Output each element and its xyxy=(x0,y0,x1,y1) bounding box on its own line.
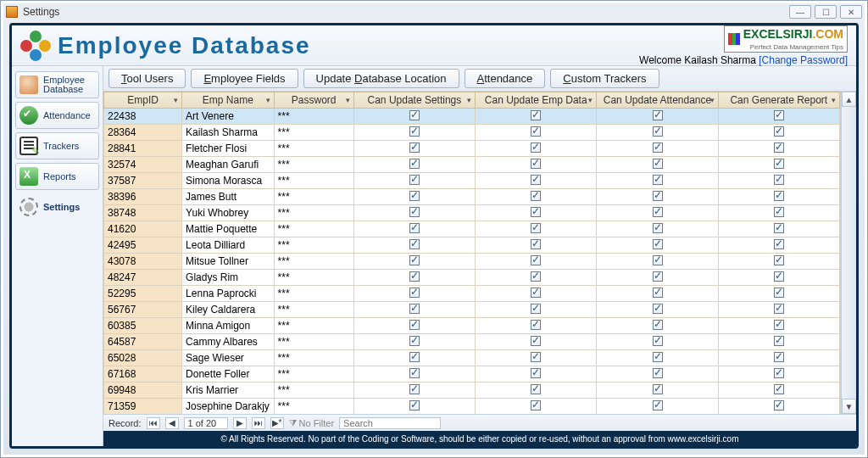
checkbox-cell[interactable] xyxy=(353,366,475,383)
checkbox-cell[interactable] xyxy=(718,237,839,254)
window-maximize-button[interactable]: ☐ xyxy=(815,5,837,19)
checkbox-cell[interactable] xyxy=(597,189,718,205)
checkbox-icon[interactable] xyxy=(653,352,663,362)
checkbox-icon[interactable] xyxy=(774,207,784,217)
column-header[interactable]: Can Update Emp Data▾ xyxy=(476,92,597,109)
checkbox-icon[interactable] xyxy=(774,368,784,378)
checkbox-cell[interactable] xyxy=(353,157,475,173)
checkbox-icon[interactable] xyxy=(774,336,784,346)
checkbox-cell[interactable] xyxy=(476,205,597,221)
name-cell[interactable]: Gladys Rim xyxy=(182,270,275,286)
table-row[interactable]: 64587Cammy Albares*** xyxy=(104,334,840,350)
checkbox-icon[interactable] xyxy=(531,159,541,169)
password-cell[interactable]: *** xyxy=(274,157,353,173)
checkbox-cell[interactable] xyxy=(353,302,475,318)
dropdown-icon[interactable]: ▾ xyxy=(266,96,270,104)
checkbox-icon[interactable] xyxy=(774,175,784,185)
password-cell[interactable]: *** xyxy=(274,173,353,189)
empid-cell[interactable]: 41620 xyxy=(104,221,182,237)
password-cell[interactable]: *** xyxy=(274,286,353,302)
nav-next-button[interactable]: ▶ xyxy=(233,417,247,429)
password-cell[interactable]: *** xyxy=(274,141,353,157)
checkbox-cell[interactable] xyxy=(353,270,475,286)
scroll-down-icon[interactable]: ▼ xyxy=(842,399,856,414)
name-cell[interactable]: Art Venere xyxy=(182,109,275,125)
checkbox-icon[interactable] xyxy=(531,110,541,120)
checkbox-icon[interactable] xyxy=(774,255,784,265)
checkbox-icon[interactable] xyxy=(653,175,663,185)
checkbox-cell[interactable] xyxy=(597,350,718,366)
checkbox-cell[interactable] xyxy=(476,318,597,334)
checkbox-cell[interactable] xyxy=(476,157,597,173)
name-cell[interactable]: Kailash Sharma xyxy=(182,125,275,141)
checkbox-icon[interactable] xyxy=(409,400,420,411)
checkbox-cell[interactable] xyxy=(718,189,839,205)
checkbox-cell[interactable] xyxy=(718,334,839,350)
table-row[interactable]: 67168Donette Foller*** xyxy=(104,366,840,383)
checkbox-cell[interactable] xyxy=(353,350,475,366)
empid-cell[interactable]: 42495 xyxy=(104,237,182,254)
checkbox-icon[interactable] xyxy=(774,271,784,282)
table-row[interactable]: 48247Gladys Rim*** xyxy=(104,270,840,286)
table-row[interactable]: 28841Fletcher Flosi*** xyxy=(104,141,840,157)
checkbox-icon[interactable] xyxy=(774,400,784,411)
table-row[interactable]: 60385Minna Amigon*** xyxy=(104,318,840,334)
checkbox-icon[interactable] xyxy=(531,400,541,411)
table-row[interactable]: 71359Josephine Darakjy*** xyxy=(104,399,840,415)
dropdown-icon[interactable]: ▾ xyxy=(588,96,593,104)
checkbox-icon[interactable] xyxy=(774,384,784,394)
checkbox-cell[interactable] xyxy=(597,383,718,399)
tab-attendance[interactable]: Attendance xyxy=(465,69,546,88)
checkbox-cell[interactable] xyxy=(718,350,839,366)
checkbox-cell[interactable] xyxy=(597,286,718,302)
password-cell[interactable]: *** xyxy=(274,254,353,270)
empid-cell[interactable]: 65028 xyxy=(104,350,182,366)
checkbox-icon[interactable] xyxy=(409,207,420,217)
checkbox-cell[interactable] xyxy=(476,237,597,254)
checkbox-icon[interactable] xyxy=(774,110,784,120)
empid-cell[interactable]: 38396 xyxy=(104,189,182,205)
checkbox-cell[interactable] xyxy=(718,157,839,173)
checkbox-icon[interactable] xyxy=(409,271,420,282)
checkbox-icon[interactable] xyxy=(531,223,541,233)
checkbox-icon[interactable] xyxy=(653,207,663,217)
checkbox-icon[interactable] xyxy=(531,384,541,394)
checkbox-icon[interactable] xyxy=(653,368,663,378)
checkbox-icon[interactable] xyxy=(531,191,541,201)
checkbox-cell[interactable] xyxy=(597,237,718,254)
checkbox-cell[interactable] xyxy=(597,334,718,350)
sidebar-item-attendance[interactable]: Attendance xyxy=(15,102,99,129)
checkbox-cell[interactable] xyxy=(353,334,475,350)
checkbox-icon[interactable] xyxy=(409,175,420,185)
checkbox-cell[interactable] xyxy=(718,109,839,125)
checkbox-cell[interactable] xyxy=(476,173,597,189)
checkbox-cell[interactable] xyxy=(353,254,475,270)
empid-cell[interactable]: 71359 xyxy=(104,399,182,415)
column-header[interactable]: Can Update Attendance▾ xyxy=(597,92,718,109)
checkbox-icon[interactable] xyxy=(531,175,541,185)
checkbox-icon[interactable] xyxy=(409,191,420,201)
checkbox-cell[interactable] xyxy=(353,286,475,302)
password-cell[interactable]: *** xyxy=(274,125,353,141)
checkbox-cell[interactable] xyxy=(476,125,597,141)
checkbox-icon[interactable] xyxy=(653,142,663,153)
password-cell[interactable]: *** xyxy=(274,318,353,334)
name-cell[interactable]: Lenna Paprocki xyxy=(182,286,275,302)
password-cell[interactable]: *** xyxy=(274,270,353,286)
checkbox-icon[interactable] xyxy=(653,288,663,298)
checkbox-icon[interactable] xyxy=(653,304,663,314)
table-row[interactable]: 52295Lenna Paprocki*** xyxy=(104,286,840,302)
checkbox-cell[interactable] xyxy=(718,318,839,334)
checkbox-icon[interactable] xyxy=(531,255,541,265)
checkbox-cell[interactable] xyxy=(476,286,597,302)
scroll-up-icon[interactable]: ▲ xyxy=(842,92,856,107)
table-row[interactable]: 38748Yuki Whobrey*** xyxy=(104,205,840,221)
checkbox-cell[interactable] xyxy=(353,109,475,125)
checkbox-icon[interactable] xyxy=(653,336,663,346)
empid-cell[interactable]: 56767 xyxy=(104,302,182,318)
sidebar-item-settings[interactable]: Settings xyxy=(15,193,99,221)
table-row[interactable]: 41620Mattie Poquette*** xyxy=(104,221,840,237)
checkbox-cell[interactable] xyxy=(718,173,839,189)
checkbox-icon[interactable] xyxy=(409,223,420,233)
column-header[interactable]: Emp Name▾ xyxy=(182,92,275,109)
